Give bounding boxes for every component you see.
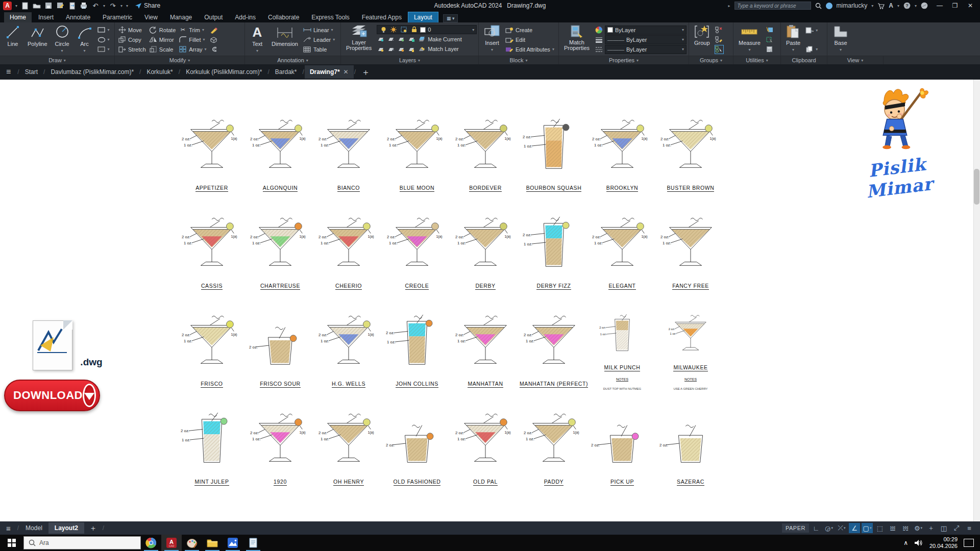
close-button[interactable]: ✕ <box>963 2 978 9</box>
insert-caret-icon[interactable]: ▾ <box>491 47 493 53</box>
clipboard-panel-label[interactable]: Clipboard <box>781 56 827 64</box>
ellipse-tool-icon[interactable] <box>97 36 106 44</box>
drink-cell-oh-henry[interactable]: 2 oz.1 oz.1(a)OH HENRY <box>314 392 383 490</box>
help-icon[interactable]: ? <box>903 2 911 9</box>
fillet-caret-icon[interactable]: ▾ <box>203 37 205 42</box>
redo-icon[interactable]: ↷ <box>109 2 117 10</box>
leader-caret-icon[interactable]: ▾ <box>333 37 335 42</box>
layer-lock-icon[interactable] <box>410 26 418 34</box>
taskbar-app-photos[interactable] <box>223 535 243 551</box>
make-current-button[interactable]: Make Current <box>377 34 477 44</box>
hatch-tool-icon[interactable] <box>97 45 106 54</box>
doc-tab-bardak[interactable]: Bardak* <box>270 65 302 79</box>
taskbar-app-autocad[interactable]: ACAD <box>161 535 182 551</box>
file-tabs-menu-icon[interactable]: ≡ <box>0 67 17 77</box>
ribbon-tab-view[interactable]: View <box>139 12 163 22</box>
drink-cell-manhattan[interactable]: 2 oz.1 oz.MANHATTAN <box>451 294 520 392</box>
selection-cycling-icon[interactable]: ⬚ <box>874 523 886 533</box>
new-layout-button[interactable]: ＋ <box>84 523 102 533</box>
drink-cell-old-fashioned[interactable]: 2 oz.OLD FASHIONED <box>383 392 451 490</box>
ribbon-tab-layout[interactable]: Layout <box>408 12 438 22</box>
select-similar-icon[interactable] <box>766 36 774 44</box>
circle-caret-icon[interactable]: ▾ <box>61 48 63 54</box>
drink-cell-frisco[interactable]: 2 oz.1 oz.1(a)FRISCO <box>178 294 246 392</box>
customize-plus-icon[interactable]: ＋ <box>925 523 937 533</box>
doc-tab-davlumbaz-pislikmimar-com[interactable]: Davlumbaz (PislikMimar.com)* <box>45 65 139 79</box>
drink-cell-manhattan-perfect[interactable]: 2 oz.1 oz.MANHATTAN (PERFECT) <box>520 294 588 392</box>
block-create-button[interactable]: Create <box>505 25 554 35</box>
drink-cell-brooklyn[interactable]: 2 oz.1 oz.1(a)BROOKLYN <box>588 98 656 196</box>
arc-caret-icon[interactable]: ▾ <box>84 48 86 54</box>
stretch-button[interactable]: Stretch <box>118 44 146 54</box>
undo-caret-icon[interactable]: ▾ <box>103 4 105 8</box>
trim-caret-icon[interactable]: ▾ <box>202 28 204 32</box>
ribbon-tab-manage[interactable]: Manage <box>164 12 198 22</box>
drawing-canvas[interactable]: 2 oz.1 oz.1(a)APPETIZER2 oz.1 oz.1(a)ALG… <box>0 80 980 521</box>
taskbar-clock[interactable]: 00:29 20.04.2026 <box>929 536 958 549</box>
ribbon-tab-annotate[interactable]: Annotate <box>60 12 96 22</box>
layer-viewport-icon[interactable] <box>400 26 408 34</box>
search-history-caret-icon[interactable]: ▸ <box>728 4 730 8</box>
doc-tab-korkuluk-pislikmimar-com[interactable]: Korkuluk (PislikMimar.com)* <box>181 65 267 79</box>
block-edit-button[interactable]: Edit <box>505 35 554 44</box>
copy-clip-caret-icon[interactable]: ▾ <box>816 47 818 52</box>
drink-cell-algonquin[interactable]: 2 oz.1 oz.1(a)ALGONQUIN <box>246 98 314 196</box>
settings-gear-icon[interactable]: ⚙▾ <box>913 523 924 533</box>
app-store-cart-icon[interactable] <box>877 3 885 9</box>
linetype-dropdown[interactable]: ———ByLayer▾ <box>605 45 687 54</box>
arc-button[interactable]: Arc▾ <box>75 24 94 55</box>
ribbon-display-options-button[interactable]: ▦ ▾ <box>443 14 458 22</box>
measure-caret-icon[interactable]: ▾ <box>748 47 750 53</box>
match-properties-button[interactable]: Match Properties <box>562 24 592 55</box>
hatch-caret-icon[interactable]: ▾ <box>108 47 110 52</box>
trim-button[interactable]: ✂Trim▾ <box>179 25 206 35</box>
doc-tab-korkuluk[interactable]: Korkuluk* <box>141 65 178 79</box>
cut-icon[interactable]: ✂ <box>805 26 814 34</box>
base-caret-icon[interactable]: ▾ <box>840 47 842 53</box>
layout-menu-icon[interactable]: ≡ <box>0 524 17 533</box>
autodesk-app-icon[interactable]: A <box>889 2 893 9</box>
ribbon-tab-home[interactable]: Home <box>4 12 32 22</box>
block-panel-label[interactable]: Block▾ <box>479 56 559 64</box>
match-layer-button[interactable]: Match Layer <box>377 44 477 55</box>
print-icon[interactable] <box>80 2 88 10</box>
utilities-panel-label[interactable]: Utilities▾ <box>733 56 781 64</box>
edit-attributes-caret-icon[interactable]: ▾ <box>552 47 554 52</box>
cut-caret-icon[interactable]: ▾ <box>816 28 818 33</box>
undo-icon[interactable]: ↶ <box>91 2 100 10</box>
isolate-objects-icon[interactable]: ◫ <box>938 523 949 533</box>
dimension-button[interactable]: Dimension <box>270 24 300 55</box>
paste-caret-icon[interactable]: ▾ <box>792 47 794 53</box>
export-icon[interactable] <box>68 2 76 10</box>
dwg-file-icon[interactable]: .dwg <box>33 320 72 370</box>
taskbar-app-paint[interactable] <box>182 535 202 551</box>
object-color-dropdown[interactable]: ByLayer▾ <box>605 26 687 35</box>
scrollbar-thumb[interactable] <box>974 169 979 205</box>
drink-cell-john-collins[interactable]: 2 oz.1 oz.JOHN COLLINS <box>383 294 451 392</box>
fillet-button[interactable]: Fillet▾ <box>179 35 206 44</box>
ribbon-tab-express-tools[interactable]: Express Tools <box>306 12 355 22</box>
array-caret-icon[interactable]: ▾ <box>205 47 207 52</box>
drink-cell-buster-brown[interactable]: 2 oz.1 oz.1(a)BUSTER BROWN <box>656 98 725 196</box>
ribbon-tab-add-ins[interactable]: Add-ins <box>229 12 261 22</box>
close-tab-icon[interactable]: ✕ <box>344 68 349 76</box>
drink-cell-1920[interactable]: 2 oz.1 oz.1(a)1920 <box>246 392 314 490</box>
help-search-input[interactable] <box>734 2 811 10</box>
app-menu-caret-icon[interactable]: ▾ <box>15 4 17 8</box>
fullscreen-icon[interactable]: ⤢ <box>951 523 962 533</box>
volume-icon[interactable] <box>914 539 923 546</box>
erase-icon[interactable] <box>210 26 218 34</box>
linear-button[interactable]: Linear▾ <box>303 25 335 35</box>
signed-in-user[interactable]: mimarlucky <box>837 2 868 9</box>
drink-cell-milk-punch[interactable]: 2 oz.1 oz.MILK PUNCHNOTESDUST TOP WITH N… <box>588 294 656 392</box>
taskbar-app-file-explorer[interactable] <box>202 535 223 551</box>
user-menu-caret-icon[interactable]: ▾ <box>871 4 873 8</box>
model-tab[interactable]: Model <box>19 522 48 534</box>
insert-button[interactable]: Insert▾ <box>482 24 502 55</box>
drink-cell-sazerac[interactable]: 2 oz.SAZERAC <box>656 392 725 490</box>
drink-cell-creole[interactable]: 2 oz.1 oz.1(a)CREOLE <box>383 196 451 294</box>
drink-cell-mint-julep[interactable]: 2 oz.1 oz.MINT JULEP <box>178 392 246 490</box>
ribbon-tab-parametric[interactable]: Parametric <box>97 12 138 22</box>
group-button[interactable]: Group <box>692 24 712 55</box>
group-edit-icon[interactable] <box>715 36 723 44</box>
